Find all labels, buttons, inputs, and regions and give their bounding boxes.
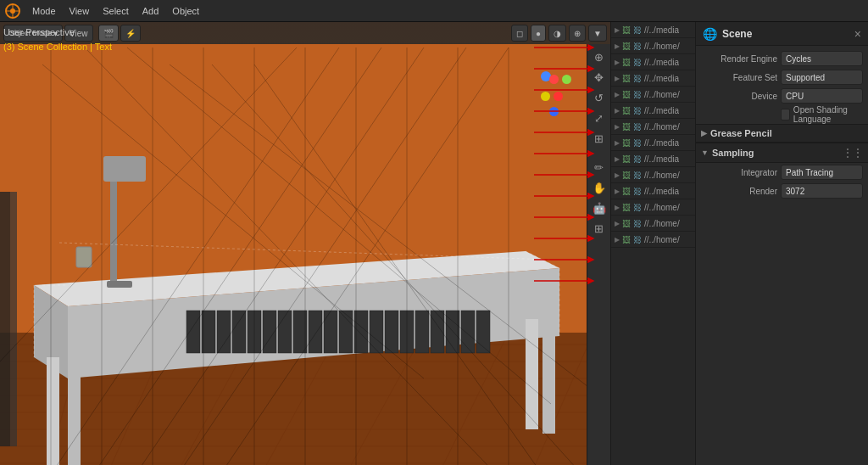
grid-tool-icon[interactable]: ⊞ <box>590 219 609 238</box>
file-arrow-icon: ▶ <box>615 91 620 98</box>
annotate-tool-icon[interactable]: ✏ <box>590 158 609 176</box>
render-samples-value[interactable]: 3072 <box>781 183 863 199</box>
panel-close-button[interactable]: × <box>854 27 861 41</box>
file-folder-icon: 🖼 <box>622 203 631 212</box>
file-item[interactable]: ▶ 🖼 ⛓ //../media <box>611 22 695 38</box>
file-arrow-icon: ▶ <box>615 220 620 227</box>
file-link-icon: ⛓ <box>633 187 642 196</box>
file-arrow-icon: ▶ <box>615 204 620 211</box>
gizmo-w2 <box>554 92 563 101</box>
file-arrow-icon: ▶ <box>615 107 620 115</box>
file-item[interactable]: ▶ 🖼 ⛓ //../media <box>611 135 695 151</box>
svg-rect-53 <box>476 311 490 353</box>
file-item[interactable]: ▶ 🖼 ⛓ //../media <box>611 103 695 119</box>
file-folder-icon: 🖼 <box>622 122 631 132</box>
file-arrow-icon: ▶ <box>615 42 620 50</box>
file-folder-icon: 🖼 <box>622 187 631 196</box>
file-path-text: //../media <box>644 138 679 148</box>
file-path-text: //../home/ <box>644 90 680 99</box>
file-item[interactable]: ▶ 🖼 ⛓ //../home/ <box>611 119 695 135</box>
file-path-text: //../home/ <box>644 122 680 132</box>
file-item[interactable]: ▶ 🖼 ⛓ //../media <box>611 151 695 167</box>
file-link-icon: ⛓ <box>633 42 642 51</box>
file-link-icon: ⛓ <box>633 138 642 148</box>
file-path-text: //../home/ <box>644 171 680 180</box>
svg-rect-42 <box>309 311 322 353</box>
svg-rect-49 <box>415 311 429 353</box>
file-arrow-icon: ▶ <box>615 171 620 179</box>
gizmo-x <box>549 75 559 84</box>
file-folder-icon: 🖼 <box>622 58 631 67</box>
sampling-label: Sampling <box>712 148 754 158</box>
file-item[interactable]: ▶ 🖼 ⛓ //../home/ <box>611 199 695 216</box>
app-logo <box>3 2 22 20</box>
svg-rect-31 <box>103 156 146 182</box>
scene-svg <box>0 22 610 465</box>
svg-rect-33 <box>76 247 92 267</box>
file-folder-icon: 🖼 <box>622 106 631 115</box>
menu-view[interactable]: View <box>63 3 97 19</box>
file-item[interactable]: ▶ 🖼 ⛓ //../home/ <box>611 38 695 54</box>
sampling-section-header[interactable]: ▼ Sampling ⋮⋮ <box>696 143 868 162</box>
scale-tool-icon[interactable]: ⤢ <box>590 109 609 127</box>
file-item[interactable]: ▶ 🖼 ⛓ //../media <box>611 70 695 87</box>
file-item[interactable]: ▶ 🖼 ⛓ //../home/ <box>611 232 695 248</box>
svg-rect-26 <box>47 357 59 465</box>
feature-set-value[interactable]: Supported <box>781 70 863 85</box>
viewport[interactable]: Object Mode ▾ View 🎬 ⚡ ◻ ● ◑ ⊕ ▼ <box>0 22 610 465</box>
sampling-options-icon[interactable]: ⋮⋮ <box>843 147 863 159</box>
file-link-icon: ⛓ <box>633 74 642 83</box>
file-folder-icon: 🖼 <box>622 25 631 35</box>
menu-add[interactable]: Add <box>136 3 166 19</box>
file-arrow-icon: ▶ <box>615 59 620 66</box>
grease-pencil-section[interactable]: ▶ Grease Pencil <box>696 124 868 143</box>
svg-rect-36 <box>217 311 231 353</box>
cursor-tool-icon[interactable]: ⊕ <box>590 48 609 66</box>
file-folder-icon: 🖼 <box>622 74 631 83</box>
file-item[interactable]: ▶ 🖼 ⛓ //../media <box>611 54 695 70</box>
file-link-icon: ⛓ <box>633 58 642 67</box>
menu-mode[interactable]: Mode <box>25 3 63 19</box>
menu-object[interactable]: Object <box>165 3 206 19</box>
file-item[interactable]: ▶ 🖼 ⛓ //../home/ <box>611 167 695 183</box>
file-item[interactable]: ▶ 🖼 ⛓ //../home/ <box>611 216 695 232</box>
file-folder-icon: 🖼 <box>622 154 631 164</box>
svg-rect-30 <box>110 166 117 285</box>
integrator-value[interactable]: Path Tracing <box>781 165 863 180</box>
render-engine-label: Render Engine <box>701 54 777 64</box>
file-item[interactable]: ▶ 🖼 ⛓ //../media <box>611 183 695 199</box>
file-link-icon: ⛓ <box>633 122 642 132</box>
svg-rect-52 <box>461 311 475 353</box>
svg-rect-22 <box>10 192 17 446</box>
svg-rect-44 <box>339 311 353 353</box>
file-arrow-icon: ▶ <box>615 236 620 244</box>
file-path-text: //../media <box>644 58 679 67</box>
file-path-text: //../media <box>644 106 679 115</box>
svg-rect-37 <box>232 311 246 353</box>
svg-rect-41 <box>293 311 307 353</box>
file-folder-icon: 🖼 <box>622 42 631 51</box>
file-link-icon: ⛓ <box>633 154 642 164</box>
rotate-tool-icon[interactable]: ↺ <box>590 88 609 107</box>
svg-rect-51 <box>446 311 459 353</box>
svg-rect-28 <box>68 370 81 465</box>
device-label: Device <box>701 92 777 101</box>
properties-header: 🌐 Scene × <box>696 22 868 46</box>
file-folder-icon: 🖼 <box>622 219 631 228</box>
gizmo-w1 <box>541 92 550 101</box>
svg-rect-27 <box>526 319 538 429</box>
file-item[interactable]: ▶ 🖼 ⛓ //../home/ <box>611 87 695 103</box>
file-arrow-icon: ▶ <box>615 139 620 147</box>
render-engine-row: Render Engine Cycles <box>696 49 868 68</box>
hand-tool-icon[interactable]: ✋ <box>590 178 609 197</box>
move-tool-icon[interactable]: ✥ <box>590 68 609 87</box>
svg-rect-46 <box>370 311 383 353</box>
open-shading-checkbox[interactable] <box>781 109 790 120</box>
render-engine-value[interactable]: Cycles <box>781 51 863 66</box>
transform-tool-icon[interactable]: ⊞ <box>590 129 609 148</box>
menu-select[interactable]: Select <box>96 3 136 19</box>
robot-icon[interactable]: 🤖 <box>590 199 609 217</box>
device-value[interactable]: CPU <box>781 88 863 104</box>
file-panel: ▶ 🖼 ⛓ //../media ▶ 🖼 ⛓ //../home/ ▶ 🖼 ⛓ … <box>610 22 695 465</box>
file-link-icon: ⛓ <box>633 90 642 99</box>
